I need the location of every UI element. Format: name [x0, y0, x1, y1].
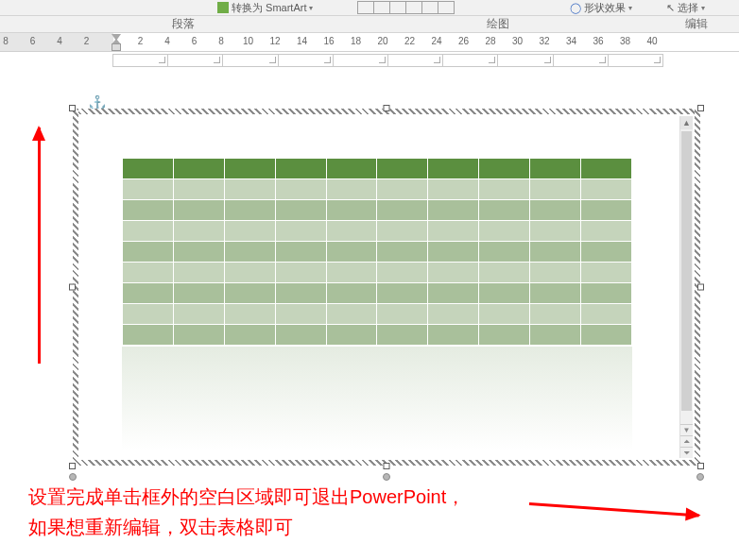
table-cell[interactable]	[581, 221, 632, 242]
table-cell[interactable]	[224, 283, 275, 304]
table-cell[interactable]	[326, 263, 377, 283]
table-cell[interactable]	[224, 179, 275, 200]
table-cell[interactable]	[224, 200, 275, 221]
table-row[interactable]	[123, 159, 632, 179]
shapes-gallery[interactable]	[352, 1, 458, 14]
table-cell[interactable]	[377, 179, 428, 200]
convert-to-smartart-button[interactable]: 转换为 SmartArt ▾	[213, 1, 318, 15]
table-cell[interactable]	[275, 200, 326, 221]
table-cell[interactable]	[377, 263, 428, 283]
table-cell[interactable]	[123, 304, 174, 325]
table-cell[interactable]	[581, 200, 632, 221]
table-row[interactable]	[123, 325, 632, 346]
table-cell[interactable]	[275, 325, 326, 346]
table-cell[interactable]	[173, 304, 224, 325]
table-cell[interactable]	[224, 242, 275, 263]
table-cell[interactable]	[428, 242, 479, 263]
table-cell[interactable]	[123, 242, 174, 263]
table-cell[interactable]	[428, 159, 479, 179]
table-cell[interactable]	[326, 221, 377, 242]
table-cell[interactable]	[224, 304, 275, 325]
table-cell[interactable]	[581, 283, 632, 304]
table-cell[interactable]	[224, 325, 275, 346]
table-cell[interactable]	[326, 242, 377, 263]
table-cell[interactable]	[173, 200, 224, 221]
table-cell[interactable]	[377, 159, 428, 179]
table-cell[interactable]	[581, 304, 632, 325]
table-cell[interactable]	[123, 263, 174, 283]
table-cell[interactable]	[479, 159, 530, 179]
spreadsheet-table[interactable]	[122, 158, 632, 346]
table-cell[interactable]	[428, 200, 479, 221]
table-cell[interactable]	[173, 283, 224, 304]
horizontal-ruler[interactable]: 8642246810121416182022242628303234363840	[0, 33, 739, 52]
table-cell[interactable]	[428, 179, 479, 200]
table-cell[interactable]	[479, 263, 530, 283]
resize-handle-tr[interactable]	[697, 105, 704, 111]
table-cell[interactable]	[224, 263, 275, 283]
table-cell[interactable]	[428, 325, 479, 346]
table-cell[interactable]	[581, 325, 632, 346]
table-cell[interactable]	[428, 283, 479, 304]
table-cell[interactable]	[530, 159, 581, 179]
table-cell[interactable]	[173, 263, 224, 283]
vertical-scrollbar[interactable]: ▲ ▼ ⏶ ⏷	[679, 116, 693, 458]
next-slide-button[interactable]: ⏷	[680, 447, 693, 458]
table-cell[interactable]	[377, 283, 428, 304]
resize-handle-tl[interactable]	[69, 105, 76, 111]
table-cell[interactable]	[275, 221, 326, 242]
table-cell[interactable]	[479, 283, 530, 304]
table-cell[interactable]	[173, 242, 224, 263]
table-cell[interactable]	[530, 304, 581, 325]
table-cell[interactable]	[123, 221, 174, 242]
scroll-down-arrow[interactable]: ▼	[680, 424, 693, 435]
table-cell[interactable]	[326, 283, 377, 304]
table-cell[interactable]	[326, 179, 377, 200]
table-cell[interactable]	[275, 283, 326, 304]
embedded-slide[interactable]	[80, 116, 679, 458]
table-cell[interactable]	[275, 159, 326, 179]
table-cell[interactable]	[123, 159, 174, 179]
table-cell[interactable]	[479, 179, 530, 200]
table-cell[interactable]	[123, 200, 174, 221]
table-row[interactable]	[123, 283, 632, 304]
table-row[interactable]	[123, 221, 632, 242]
outer-handle[interactable]	[383, 473, 390, 481]
table-cell[interactable]	[123, 325, 174, 346]
table-cell[interactable]	[530, 200, 581, 221]
table-cell[interactable]	[581, 159, 632, 179]
table-cell[interactable]	[479, 325, 530, 346]
table-cell[interactable]	[530, 283, 581, 304]
table-cell[interactable]	[275, 179, 326, 200]
table-cell[interactable]	[530, 263, 581, 283]
table-cell[interactable]	[173, 159, 224, 179]
table-row[interactable]	[123, 242, 632, 263]
table-cell[interactable]	[377, 242, 428, 263]
embedded-object-frame[interactable]: ▲ ▼ ⏶ ⏷	[73, 109, 700, 466]
table-cell[interactable]	[581, 242, 632, 263]
table-cell[interactable]	[530, 242, 581, 263]
table-cell[interactable]	[377, 304, 428, 325]
table-row[interactable]	[123, 179, 632, 200]
table-cell[interactable]	[275, 242, 326, 263]
table-cell[interactable]	[479, 221, 530, 242]
scroll-up-arrow[interactable]: ▲	[680, 116, 693, 129]
table-cell[interactable]	[428, 304, 479, 325]
table-cell[interactable]	[479, 242, 530, 263]
resize-handle-mr[interactable]	[697, 284, 704, 291]
resize-handle-ml[interactable]	[69, 284, 76, 291]
table-cell[interactable]	[123, 179, 174, 200]
table-cell[interactable]	[530, 221, 581, 242]
table-row[interactable]	[123, 263, 632, 283]
table-cell[interactable]	[173, 325, 224, 346]
outer-handle[interactable]	[69, 473, 77, 481]
table-cell[interactable]	[224, 159, 275, 179]
table-row[interactable]	[123, 200, 632, 221]
table-cell[interactable]	[275, 304, 326, 325]
left-indent-marker[interactable]	[112, 43, 121, 51]
document-canvas[interactable]: ⚓ ▲ ▼ ⏶ ⏷	[0, 52, 739, 470]
table-cell[interactable]	[428, 221, 479, 242]
table-cell[interactable]	[173, 221, 224, 242]
table-cell[interactable]	[224, 221, 275, 242]
select-button[interactable]: ↖ 选择 ▾	[662, 1, 710, 15]
